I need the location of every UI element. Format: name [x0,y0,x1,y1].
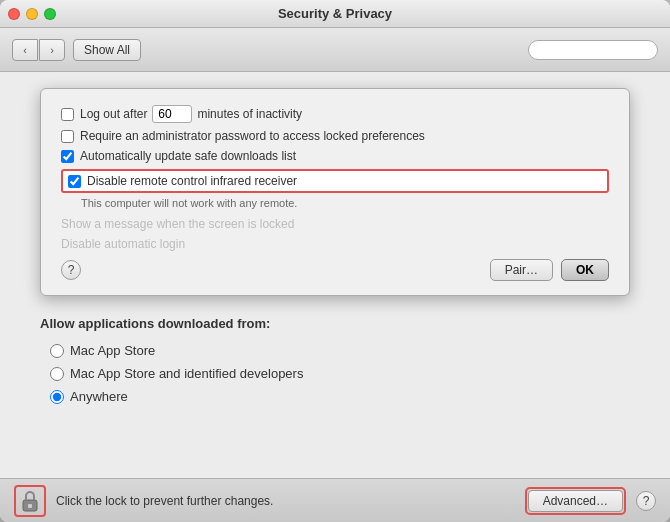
search-input[interactable] [528,40,658,60]
download-source-radio-group: Mac App Store Mac App Store and identifi… [50,343,630,404]
show-all-button[interactable]: Show All [73,39,141,61]
auto-update-label: Automatically update safe downloads list [80,149,296,163]
sheet-help-button[interactable]: ? [61,260,81,280]
sheet-buttons-row: ? Pair… OK [61,259,609,281]
nav-buttons: ‹ › [12,39,65,61]
main-section: Allow applications downloaded from: Mac … [20,316,650,404]
logout-row: Log out after minutes of inactivity [61,105,609,123]
bottom-help-button[interactable]: ? [636,491,656,511]
main-window: Security & Privacy ‹ › Show All Log out … [0,0,670,522]
logout-label: Log out after [80,107,147,121]
toolbar: ‹ › Show All [0,28,670,72]
greyed-row-2: Disable automatic login [61,237,609,251]
ok-button[interactable]: OK [561,259,609,281]
lock-button[interactable] [14,485,46,517]
radio-identified-input[interactable] [50,367,64,381]
logout-minutes-input[interactable] [152,105,192,123]
minimize-button[interactable] [26,8,38,20]
traffic-lights [8,8,56,20]
sheet-dialog: Log out after minutes of inactivity Requ… [40,88,630,296]
admin-password-checkbox[interactable] [61,130,74,143]
greyed-row-1: Show a message when the screen is locked [61,217,609,231]
radio-mac-app-store[interactable]: Mac App Store [50,343,630,358]
admin-password-row: Require an administrator password to acc… [61,129,609,143]
disable-infrared-label: Disable remote control infrared receiver [87,174,297,188]
radio-mac-app-store-label: Mac App Store [70,343,155,358]
admin-password-label: Require an administrator password to acc… [80,129,425,143]
logout-suffix: minutes of inactivity [197,107,302,121]
radio-anywhere-label: Anywhere [70,389,128,404]
content-area: Log out after minutes of inactivity Requ… [0,72,670,478]
radio-mac-app-store-identified[interactable]: Mac App Store and identified developers [50,366,630,381]
radio-anywhere-input[interactable] [50,390,64,404]
lock-status-text: Click the lock to prevent further change… [56,494,515,508]
maximize-button[interactable] [44,8,56,20]
window-title: Security & Privacy [278,6,392,21]
back-button[interactable]: ‹ [12,39,38,61]
svg-rect-1 [28,504,32,508]
advanced-button[interactable]: Advanced… [528,490,623,512]
auto-update-checkbox[interactable] [61,150,74,163]
disable-infrared-row: Disable remote control infrared receiver [61,169,609,193]
pair-button[interactable]: Pair… [490,259,553,281]
titlebar: Security & Privacy [0,0,670,28]
disable-infrared-checkbox[interactable] [68,175,81,188]
logout-checkbox[interactable] [61,108,74,121]
infrared-subtext: This computer will not work with any rem… [81,197,609,209]
advanced-button-box: Advanced… [525,487,626,515]
auto-update-row: Automatically update safe downloads list [61,149,609,163]
forward-button[interactable]: › [39,39,65,61]
radio-anywhere[interactable]: Anywhere [50,389,630,404]
radio-identified-label: Mac App Store and identified developers [70,366,303,381]
radio-mac-app-store-input[interactable] [50,344,64,358]
close-button[interactable] [8,8,20,20]
allow-section-title: Allow applications downloaded from: [40,316,630,331]
lock-icon [20,489,40,513]
bottom-bar: Click the lock to prevent further change… [0,478,670,522]
